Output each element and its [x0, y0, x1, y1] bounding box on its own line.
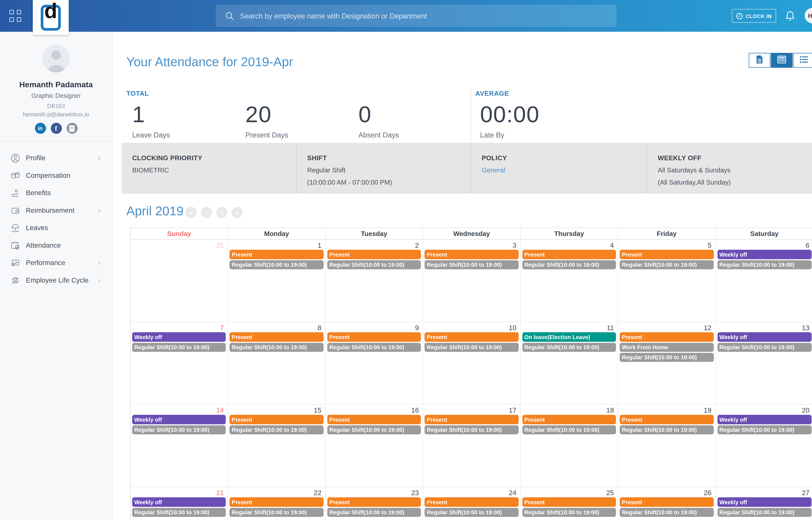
sidebar-item-profile[interactable]: Profile› — [0, 149, 112, 166]
leaves-icon — [10, 223, 20, 233]
day-header-friday: Friday — [618, 228, 716, 239]
calendar-body: 311PresentRegular Shift(10:00 to 19:00)2… — [131, 240, 812, 520]
weekoff-badge: Weekly off — [132, 415, 226, 424]
sidebar-item-compensation[interactable]: Compensation — [0, 167, 112, 184]
user-avatar[interactable]: HP — [805, 8, 812, 23]
shift-badge: Regular Shift(10:00 to 19:00) — [717, 425, 812, 434]
calendar-day-cell[interactable]: 12PresentWork From HomeRegular Shift(10:… — [618, 322, 716, 404]
clock-in-label: CLOCK IN — [746, 13, 772, 19]
search-input[interactable] — [239, 11, 617, 20]
calendar-day-cell[interactable]: 3PresentRegular Shift(10:00 to 19:00) — [423, 240, 521, 322]
day-badges: PresentRegular Shift(10:00 to 19:00) — [618, 415, 715, 434]
day-header-thursday: Thursday — [521, 228, 618, 239]
calendar-day-cell[interactable]: 25PresentRegular Shift(10:00 to 19:00) — [521, 487, 618, 520]
present-badge: Present — [620, 250, 713, 259]
day-number: 21 — [131, 487, 227, 496]
calendar-day-cell[interactable]: 7Weekly offRegular Shift(10:00 to 19:00) — [131, 322, 228, 404]
leave-badge: On leave(Election Leave) — [522, 332, 616, 342]
sidebar-item-label: Leaves — [26, 224, 48, 232]
prev-month-button[interactable]: ‹ — [201, 207, 212, 218]
sidebar-item-benefits[interactable]: Benefits — [0, 184, 112, 202]
calendar-day-cell[interactable]: 10PresentRegular Shift(10:00 to 19:00) — [423, 322, 521, 404]
employee-email: hemanth.p@darwinbox.io — [0, 111, 112, 118]
next-month-button[interactable]: › — [216, 207, 227, 218]
darwinbox-logo[interactable]: d — [33, 0, 69, 35]
shift-badge: Regular Shift(10:00 to 19:00) — [230, 508, 324, 517]
sidebar-item-attendance[interactable]: Attendance — [0, 236, 112, 254]
stat-label: Absent Days — [358, 131, 472, 139]
day-badges: PresentRegular Shift(10:00 to 19:00) — [423, 250, 520, 269]
report-view-icon — [755, 55, 763, 66]
calendar-day-cell[interactable]: 13Weekly offRegular Shift(10:00 to 19:00… — [716, 322, 812, 404]
day-badges: PresentRegular Shift(10:00 to 19:00) — [521, 497, 618, 517]
calendar-day-cell[interactable]: 11On leave(Election Leave)Regular Shift(… — [521, 322, 618, 404]
calendar-day-cell[interactable]: 5PresentRegular Shift(10:00 to 19:00) — [618, 240, 716, 322]
shift-badge: Regular Shift(10:00 to 19:00) — [132, 425, 226, 434]
first-month-button[interactable]: « — [186, 207, 197, 218]
calendar-day-cell[interactable]: 2PresentRegular Shift(10:00 to 19:00) — [326, 240, 423, 322]
document-icon[interactable] — [66, 123, 78, 134]
calendar-week-row: 14Weekly offRegular Shift(10:00 to 19:00… — [131, 405, 812, 487]
calendar-day-cell[interactable]: 14Weekly offRegular Shift(10:00 to 19:00… — [131, 405, 228, 487]
linkedin-icon[interactable]: in — [35, 123, 46, 134]
calendar-day-cell[interactable]: 26PresentRegular Shift(10:00 to 19:00) — [618, 487, 716, 520]
apps-grid-icon[interactable] — [9, 10, 21, 22]
stat-absent-days: 0Absent Days — [358, 102, 472, 139]
weekoff-badge: Weekly off — [132, 497, 226, 507]
shift-badge: Regular Shift(10:00 to 19:00) — [620, 353, 713, 362]
weekoff-badge: Weekly off — [717, 332, 812, 342]
last-month-button[interactable]: » — [231, 207, 243, 218]
calendar-day-cell[interactable]: 15PresentRegular Shift(10:00 to 19:00) — [228, 405, 326, 487]
stat-present-days: 20Present Days — [245, 102, 359, 139]
notifications-bell-icon[interactable] — [785, 10, 795, 22]
calendar-day-cell[interactable]: 20Weekly offRegular Shift(10:00 to 19:00… — [716, 405, 812, 487]
list-view-button[interactable] — [793, 53, 812, 68]
calendar-day-cell[interactable]: 1PresentRegular Shift(10:00 to 19:00) — [228, 240, 326, 322]
day-badges: PresentRegular Shift(10:00 to 19:00) — [423, 332, 520, 352]
compensation-icon — [10, 171, 20, 180]
sidebar-item-reimbursement[interactable]: Reimbursement› — [0, 202, 112, 219]
view-toggle-group — [749, 53, 812, 68]
day-number: 19 — [618, 405, 715, 413]
calendar-day-cell[interactable]: 18PresentRegular Shift(10:00 to 19:00) — [521, 405, 618, 487]
present-badge: Present — [230, 332, 324, 342]
sidebar-item-leaves[interactable]: Leaves — [0, 219, 112, 236]
calendar-day-cell[interactable]: 21Weekly offRegular Shift(10:00 to 19:00… — [131, 487, 228, 520]
present-badge: Present — [620, 332, 713, 342]
stat-value: 20 — [245, 102, 359, 128]
day-number: 23 — [326, 487, 423, 496]
calendar-day-cell[interactable]: 17PresentRegular Shift(10:00 to 19:00) — [423, 405, 521, 487]
stat-value: 1 — [132, 102, 245, 128]
sidebar-item-employee-life-cycle[interactable]: Employee Life Cycle› — [0, 271, 112, 289]
info-heading: POLICY — [482, 155, 647, 162]
calendar-day-cell[interactable]: 27Weekly offRegular Shift(10:00 to 19:00… — [716, 487, 812, 520]
late-by-label: Late By — [480, 131, 593, 139]
sidebar-item-performance[interactable]: Performance› — [0, 254, 112, 271]
report-view-button[interactable] — [749, 53, 770, 68]
day-number: 6 — [716, 240, 812, 248]
average-section-label: AVERAGE — [475, 90, 509, 97]
info-value: All Saturdays & Sundays — [658, 167, 812, 174]
calendar-day-cell[interactable]: 4PresentRegular Shift(10:00 to 19:00) — [521, 240, 618, 322]
present-badge: Present — [620, 415, 713, 424]
policy-link[interactable]: General — [482, 167, 647, 174]
calendar-day-cell[interactable]: 19PresentRegular Shift(10:00 to 19:00) — [618, 405, 716, 487]
day-number: 24 — [423, 487, 520, 496]
calendar-view-button[interactable] — [771, 53, 792, 68]
clock-in-button[interactable]: CLOCK IN — [732, 9, 776, 23]
sidebar: Hemanth Padamata Graphic Designer DB163 … — [0, 32, 113, 520]
calendar-day-cell[interactable]: 24PresentRegular Shift(10:00 to 19:00) — [423, 487, 521, 520]
facebook-icon[interactable]: f — [51, 123, 61, 134]
calendar-day-cell[interactable]: 31 — [131, 240, 228, 322]
calendar-day-cell[interactable]: 9PresentRegular Shift(10:00 to 19:00) — [326, 322, 423, 404]
present-badge: Present — [230, 415, 324, 424]
calendar-day-cell[interactable]: 23PresentRegular Shift(10:00 to 19:00) — [326, 487, 423, 520]
calendar-day-cell[interactable]: 6Weekly offRegular Shift(10:00 to 19:00) — [716, 240, 812, 322]
day-badges: PresentRegular Shift(10:00 to 19:00) — [228, 250, 325, 269]
present-badge: Present — [522, 497, 616, 507]
info-weekly-off: WEEKLY OFFAll Saturdays & Sundays(All Sa… — [647, 143, 812, 194]
profile-photo-placeholder[interactable] — [42, 45, 70, 73]
calendar-day-cell[interactable]: 16PresentRegular Shift(10:00 to 19:00) — [326, 405, 423, 487]
calendar-day-cell[interactable]: 8PresentRegular Shift(10:00 to 19:00) — [228, 322, 326, 404]
calendar-day-cell[interactable]: 22PresentRegular Shift(10:00 to 19:00) — [228, 487, 326, 520]
